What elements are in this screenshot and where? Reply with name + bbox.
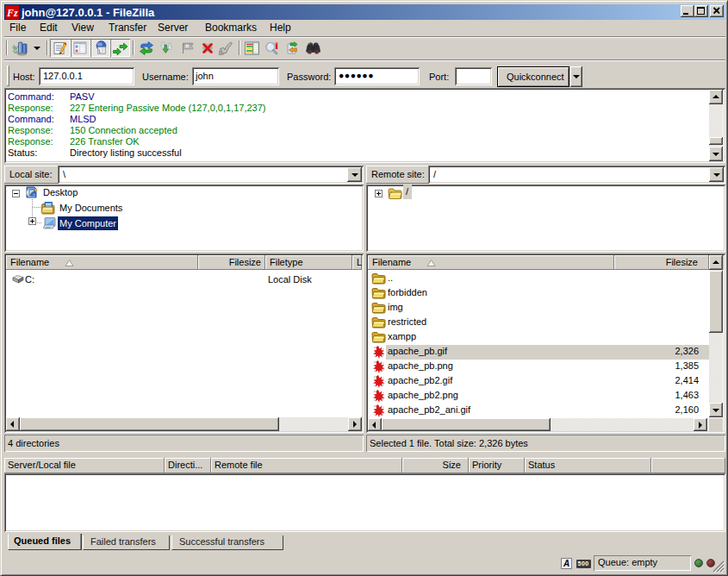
svg-text:Fz: Fz [6,7,18,19]
